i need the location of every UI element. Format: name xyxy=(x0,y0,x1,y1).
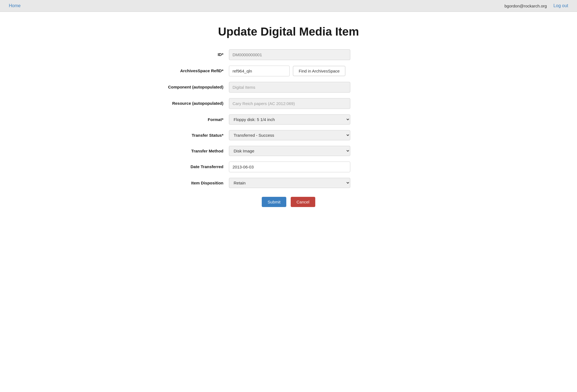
submit-button[interactable]: Submit xyxy=(262,197,286,207)
transfer-status-select[interactable]: Not Transferred In Progress Transferred … xyxy=(229,130,350,140)
transfer-method-row: Transfer Method Disk Image Logical Other xyxy=(163,146,414,156)
page-title: Update Digital Media Item xyxy=(163,25,414,38)
component-label: Component (autopopulated) xyxy=(163,82,229,90)
logout-link[interactable]: Log out xyxy=(554,3,568,8)
resource-label: Resource (autopopulated) xyxy=(163,98,229,106)
archivesspace-row: ArchivesSpace RefID* Find in ArchivesSpa… xyxy=(163,66,414,76)
resource-row: Resource (autopopulated) xyxy=(163,98,414,109)
id-input[interactable] xyxy=(229,49,350,60)
resource-input-cell xyxy=(229,98,414,109)
format-label: Format* xyxy=(163,114,229,122)
main-container: Update Digital Media Item ID* ArchivesSp… xyxy=(156,12,421,224)
archivesspace-input[interactable] xyxy=(229,66,290,76)
transfer-status-label: Transfer Status* xyxy=(163,130,229,138)
transfer-status-input-cell: Not Transferred In Progress Transferred … xyxy=(229,130,414,140)
component-input-cell xyxy=(229,82,414,93)
navbar: Home bgordon@rockarch.org Log out xyxy=(0,0,577,12)
transfer-method-label: Transfer Method xyxy=(163,146,229,154)
form-actions: Submit Cancel xyxy=(163,197,414,207)
component-input xyxy=(229,82,350,93)
component-row: Component (autopopulated) xyxy=(163,82,414,93)
id-label: ID* xyxy=(163,49,229,57)
item-disposition-row: Item Disposition Retain Discard Return xyxy=(163,178,414,188)
id-input-cell xyxy=(229,49,414,60)
item-disposition-label: Item Disposition xyxy=(163,178,229,186)
item-disposition-input-cell: Retain Discard Return xyxy=(229,178,414,188)
transfer-method-input-cell: Disk Image Logical Other xyxy=(229,146,414,156)
date-transferred-input-cell xyxy=(229,162,414,172)
date-transferred-label: Date Transferred xyxy=(163,162,229,170)
transfer-method-select[interactable]: Disk Image Logical Other xyxy=(229,146,350,156)
home-link[interactable]: Home xyxy=(9,3,21,8)
cancel-button[interactable]: Cancel xyxy=(291,197,315,207)
transfer-status-row: Transfer Status* Not Transferred In Prog… xyxy=(163,130,414,140)
archivesspace-label: ArchivesSpace RefID* xyxy=(163,66,229,74)
format-input-cell: Floppy disk: 5 1/4 inch Floppy disk: 3 1… xyxy=(229,114,414,125)
update-form: ID* ArchivesSpace RefID* Find in Archive… xyxy=(163,49,414,207)
user-email: bgordon@rockarch.org xyxy=(504,4,547,8)
find-archivesspace-button[interactable]: Find in ArchivesSpace xyxy=(293,66,345,76)
id-row: ID* xyxy=(163,49,414,60)
archivesspace-input-cell: Find in ArchivesSpace xyxy=(229,66,414,76)
right-nav: bgordon@rockarch.org Log out xyxy=(504,3,568,8)
date-transferred-input[interactable] xyxy=(229,162,350,172)
item-disposition-select[interactable]: Retain Discard Return xyxy=(229,178,350,188)
resource-input xyxy=(229,98,350,109)
format-select[interactable]: Floppy disk: 5 1/4 inch Floppy disk: 3 1… xyxy=(229,114,350,125)
date-transferred-row: Date Transferred xyxy=(163,162,414,172)
format-row: Format* Floppy disk: 5 1/4 inch Floppy d… xyxy=(163,114,414,125)
